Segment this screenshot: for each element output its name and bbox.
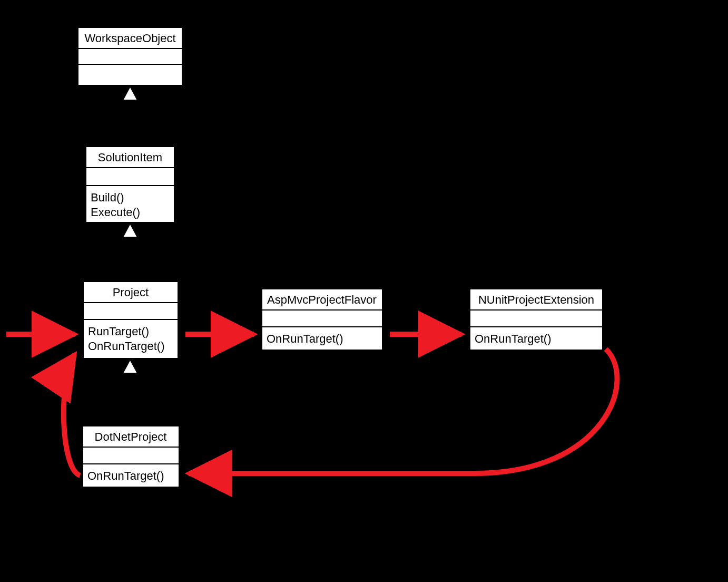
method-runtarget: RunTarget() — [88, 325, 149, 338]
method-onruntarget: OnRunTarget() — [87, 469, 164, 482]
class-nunit-project-extension: NUnitProjectExtension OnRunTarget() — [470, 289, 603, 350]
uml-diagram: WorkspaceObject SolutionItem Build() Exe… — [0, 0, 728, 582]
class-title: DotNetProject — [95, 430, 167, 443]
class-title: SolutionItem — [98, 151, 162, 164]
method-onruntarget: OnRunTarget() — [267, 332, 343, 345]
method-execute: Execute() — [91, 206, 140, 219]
class-project: Project RunTarget() OnRunTarget() — [83, 282, 178, 358]
class-dotnet-project: DotNetProject OnRunTarget() — [83, 426, 179, 487]
class-title: WorkspaceObject — [84, 32, 175, 45]
class-title: NUnitProjectExtension — [478, 293, 594, 306]
class-workspace-object: WorkspaceObject — [78, 27, 182, 85]
method-build: Build() — [91, 191, 124, 204]
method-onruntarget: OnRunTarget() — [88, 340, 165, 353]
arrow-nunit-to-dotnet — [189, 349, 617, 473]
class-title: AspMvcProjectFlavor — [267, 293, 377, 306]
method-onruntarget: OnRunTarget() — [475, 332, 552, 345]
class-solution-item: SolutionItem Build() Execute() — [86, 147, 174, 222]
class-title: Project — [113, 286, 149, 299]
class-aspmvc-project-flavor: AspMvcProjectFlavor OnRunTarget() — [262, 289, 382, 350]
arrow-dotnet-to-project — [64, 354, 80, 476]
